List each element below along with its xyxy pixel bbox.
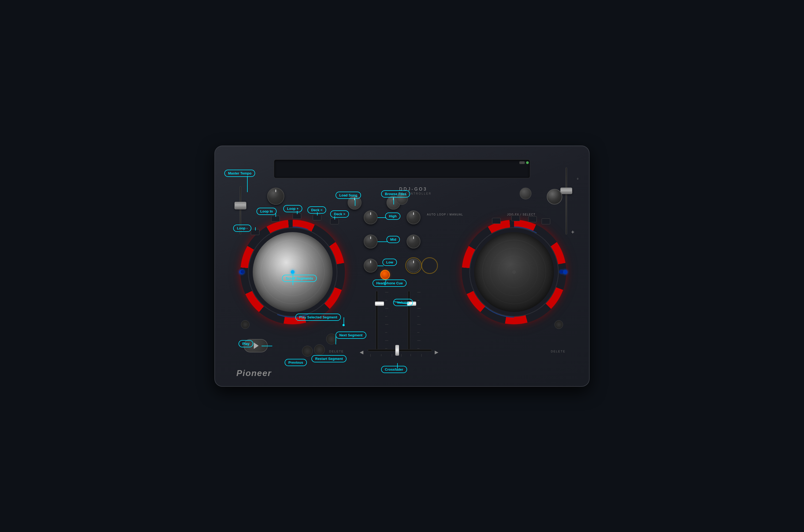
- jog-right-led: [563, 270, 567, 274]
- crossfader-handle[interactable]: [395, 345, 399, 356]
- play-line: [262, 346, 272, 346]
- low-ring-indicator: [405, 257, 422, 274]
- brand-label: Pioneer: [236, 368, 271, 378]
- eq-mid-knob[interactable]: [364, 234, 378, 248]
- master-tempo-annotation: Master Tempo: [224, 170, 255, 177]
- eq-high-knob[interactable]: [364, 210, 378, 224]
- restart-segment-annotation: Restart Segment: [311, 355, 346, 362]
- crossfader-annotation: Crossfader: [381, 366, 407, 373]
- controller-body: Pioneer DDJ-GO3 DJ CONTROLLER Master Tem…: [214, 146, 590, 387]
- headphone-cue-button[interactable]: [380, 270, 390, 280]
- tick7-l: [385, 340, 388, 341]
- master-volume-knob[interactable]: [547, 189, 562, 205]
- right-jog-btn3[interactable]: [528, 216, 537, 222]
- previous-btn[interactable]: [302, 346, 313, 357]
- right-jog-btn4[interactable]: [542, 218, 550, 224]
- delete-label-right: DELETE: [551, 350, 566, 353]
- next-segment-btn[interactable]: [326, 334, 337, 344]
- jog-wheel-left-container[interactable]: [241, 220, 345, 324]
- play-selected-dot: [343, 324, 345, 326]
- restart-segment-btn[interactable]: [314, 344, 325, 355]
- deck-right-annotation: Deck >: [330, 210, 349, 217]
- deck-right-line: [334, 216, 335, 220]
- high-annotation: High: [385, 212, 400, 220]
- tick1-l: [385, 292, 388, 292]
- loop-in-line: [275, 214, 276, 217]
- next-segment-annotation: Next Segment: [336, 331, 366, 339]
- tick5-l: [385, 324, 388, 325]
- channel-fader-right-track: [408, 291, 410, 350]
- tick4-l: [385, 316, 387, 317]
- crossfader-track: [368, 349, 432, 352]
- next-segment-line: [336, 336, 336, 344]
- tick3-r: [417, 308, 421, 308]
- high-line: [378, 217, 386, 218]
- loop-in-annotation: Loop In: [256, 208, 276, 215]
- delete-label-left: DELETE: [329, 350, 344, 353]
- mid-line: [378, 242, 387, 242]
- tick2-r: [417, 300, 419, 301]
- right-top-knob[interactable]: [520, 188, 532, 200]
- display-bar: [274, 159, 530, 178]
- small-btn-br[interactable]: [555, 320, 563, 329]
- load-song-line: [355, 199, 356, 206]
- tick7-r: [417, 340, 421, 341]
- jog-right-center-dot: [512, 270, 516, 274]
- display-led-green: [526, 162, 529, 164]
- fader-label-zero: 0: [577, 177, 578, 180]
- top-knob-left[interactable]: [267, 188, 284, 205]
- cf-tick5: [410, 354, 411, 356]
- loop-plus-line: [297, 211, 298, 214]
- play-icon: [254, 343, 259, 349]
- right-jog-led-indicator: [560, 270, 563, 274]
- controller-wrapper: Pioneer DDJ-GO3 DJ CONTROLLER Master Tem…: [214, 146, 590, 387]
- fader-plus-sign: +: [571, 229, 574, 235]
- previous-annotation: Previous: [285, 359, 307, 366]
- right-jog-btn2[interactable]: [511, 215, 520, 221]
- left-jog-led-indicator: [241, 270, 244, 274]
- jog-wheel-right-container[interactable]: [462, 220, 566, 324]
- low-annotation: Low: [382, 259, 397, 266]
- loop-plus-annotation: Loop +: [283, 205, 302, 212]
- eq-mid-knob-r[interactable]: [406, 234, 421, 248]
- crossfader-arrow-right: ▶: [435, 349, 438, 355]
- tick1-r: [417, 292, 421, 292]
- low-ring-indicator-2: [421, 257, 438, 274]
- crossfader-container: ◀ ▶: [365, 346, 435, 349]
- crossfader-line: [397, 363, 398, 368]
- headphone-cue-line: [384, 280, 386, 285]
- headphone-cue-annotation: Headphone Cue: [372, 280, 406, 287]
- eq-high-knob-r[interactable]: [406, 210, 421, 224]
- cf-tick1: [370, 354, 371, 357]
- auto-loop-label: AUTO LOOP / MANUAL: [427, 213, 463, 216]
- cf-tick6: [421, 354, 422, 357]
- tick5-r: [417, 324, 421, 325]
- crossfader-arrow-left: ◀: [360, 349, 363, 355]
- eq-low-knob[interactable]: [364, 259, 378, 272]
- deck-left-line: [317, 212, 318, 215]
- scroll-segments-line: [293, 273, 293, 285]
- browse-files-line: [394, 198, 394, 205]
- jog-left-platter: [253, 232, 332, 312]
- loop-minus-line: [255, 227, 256, 230]
- master-tempo-line: [247, 176, 248, 192]
- channel-fader-left-handle[interactable]: [375, 302, 384, 306]
- channel-fader-left-track: [376, 291, 378, 350]
- jog-right-platter: [474, 232, 554, 312]
- cf-tick3: [392, 354, 392, 357]
- right-jog-btn1[interactable]: [492, 218, 501, 224]
- low-line: [378, 266, 383, 266]
- display-led-gray: [519, 162, 525, 164]
- channel-fader-right-handle[interactable]: [407, 302, 416, 306]
- small-btn-bl[interactable]: [241, 320, 249, 329]
- tick2-l: [385, 300, 387, 301]
- mid-annotation: Mid: [386, 236, 400, 243]
- volume-line: [394, 301, 407, 304]
- load-song-knob[interactable]: [348, 196, 362, 210]
- play-selected-line: [344, 317, 344, 324]
- tick4-r: [417, 316, 419, 317]
- cf-tick2: [381, 354, 381, 356]
- model-label: DDJ-GO3: [399, 187, 427, 192]
- center-select-knob[interactable]: [396, 193, 408, 205]
- tick3-l: [385, 308, 388, 308]
